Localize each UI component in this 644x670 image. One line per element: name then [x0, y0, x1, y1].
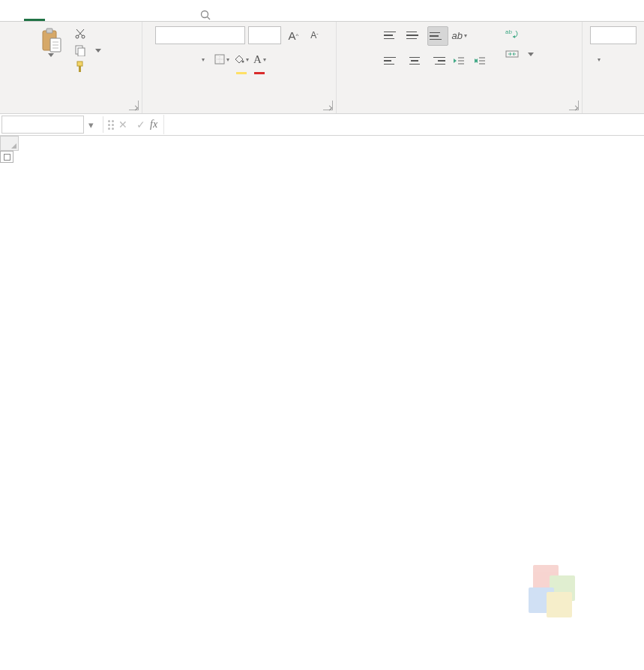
svg-rect-14	[77, 62, 82, 66]
spreadsheet-grid	[0, 136, 644, 151]
currency-button[interactable]: ▾	[590, 50, 608, 68]
cancel-formula-button[interactable]: ✕	[114, 119, 132, 131]
tab-review[interactable]	[129, 14, 150, 21]
accept-formula-button[interactable]: ✓	[132, 119, 150, 131]
formula-input[interactable]	[163, 115, 644, 134]
font-color-swatch	[254, 72, 265, 74]
tab-page-layout[interactable]	[66, 14, 87, 21]
decrease-font-button[interactable]: Aˇ	[305, 26, 323, 44]
autofill-options-button[interactable]	[0, 151, 13, 163]
tab-view[interactable]	[150, 14, 171, 21]
indent-icon	[474, 56, 486, 66]
group-number: ▾	[583, 22, 644, 113]
fx-icon[interactable]: fx	[150, 119, 163, 131]
copy-icon	[74, 44, 86, 56]
align-top-button[interactable]	[382, 26, 402, 44]
align-bottom-button[interactable]	[427, 26, 448, 46]
increase-font-button[interactable]: A^	[284, 26, 302, 44]
align-middle-button[interactable]	[405, 26, 424, 44]
outdent-icon	[453, 56, 465, 66]
group-font: A^ Aˇ ▾ ▾ ▾ A▾	[142, 22, 337, 113]
paintbrush-icon	[74, 61, 86, 73]
cut-button[interactable]	[71, 26, 104, 41]
svg-text:ab: ab	[505, 29, 512, 35]
bucket-icon	[234, 55, 244, 64]
column-headers	[0, 136, 644, 151]
svg-rect-27	[506, 51, 518, 57]
merge-icon	[505, 49, 519, 59]
borders-button[interactable]: ▾	[214, 50, 232, 68]
align-center-button[interactable]	[405, 52, 424, 70]
border-icon	[214, 54, 225, 65]
orientation-button[interactable]: ab▾	[451, 26, 469, 44]
decrease-indent-button[interactable]	[450, 52, 468, 70]
font-name-combo[interactable]	[155, 26, 245, 44]
orientation-icon: ab	[451, 30, 462, 41]
svg-rect-15	[79, 66, 81, 72]
chevron-down-icon	[528, 53, 534, 56]
wrap-text-button[interactable]: ab	[502, 26, 537, 41]
copy-button[interactable]	[71, 43, 104, 58]
dialog-launcher-alignment[interactable]	[569, 101, 579, 110]
underline-button[interactable]: ▾	[194, 50, 212, 68]
select-all-corner[interactable]	[0, 136, 19, 151]
chevron-down-icon	[95, 49, 101, 53]
font-color-icon: A	[253, 55, 262, 64]
dialog-launcher-font[interactable]	[323, 101, 333, 110]
number-format-combo[interactable]	[590, 26, 637, 44]
svg-point-0	[202, 11, 208, 18]
tab-data[interactable]	[108, 14, 129, 21]
font-color-button[interactable]: A▾	[251, 50, 269, 68]
tell-me-search[interactable]	[192, 9, 641, 21]
fill-color-button[interactable]: ▾	[233, 50, 251, 68]
name-box-dropdown[interactable]: ▾	[84, 119, 98, 131]
svg-line-1	[208, 17, 211, 20]
tab-home[interactable]	[24, 14, 45, 21]
merge-center-button[interactable]	[502, 43, 537, 61]
tab-file[interactable]	[3, 14, 24, 21]
dialog-launcher-clipboard[interactable]	[129, 101, 139, 110]
group-alignment: ab▾ ab	[337, 22, 583, 113]
svg-rect-3	[46, 29, 52, 33]
group-clipboard	[0, 22, 142, 113]
align-right-button[interactable]	[427, 52, 447, 70]
font-size-combo[interactable]	[248, 26, 281, 44]
fill-color-swatch	[236, 72, 247, 74]
ribbon: A^ Aˇ ▾ ▾ ▾ A▾	[0, 22, 644, 114]
tab-formulas[interactable]	[87, 14, 108, 21]
ribbon-tabs	[0, 0, 644, 22]
tab-help[interactable]	[171, 14, 192, 21]
tab-insert[interactable]	[45, 14, 66, 21]
lightbulb-icon	[199, 9, 211, 21]
italic-button[interactable]	[175, 50, 193, 68]
paste-button[interactable]	[35, 25, 67, 60]
watermark	[524, 560, 577, 617]
name-box[interactable]	[1, 116, 84, 134]
scissors-icon	[74, 28, 86, 40]
paste-icon	[40, 28, 62, 53]
formula-bar: ▾ ✕ ✓ fx	[0, 114, 644, 136]
increase-indent-button[interactable]	[471, 52, 489, 70]
bold-button[interactable]	[155, 50, 173, 68]
wrap-icon: ab	[505, 28, 519, 40]
chevron-down-icon	[48, 53, 54, 57]
gripper-icon[interactable]	[108, 120, 114, 130]
svg-rect-13	[78, 48, 85, 56]
format-painter-button[interactable]	[71, 59, 104, 74]
align-left-button[interactable]	[382, 52, 402, 70]
